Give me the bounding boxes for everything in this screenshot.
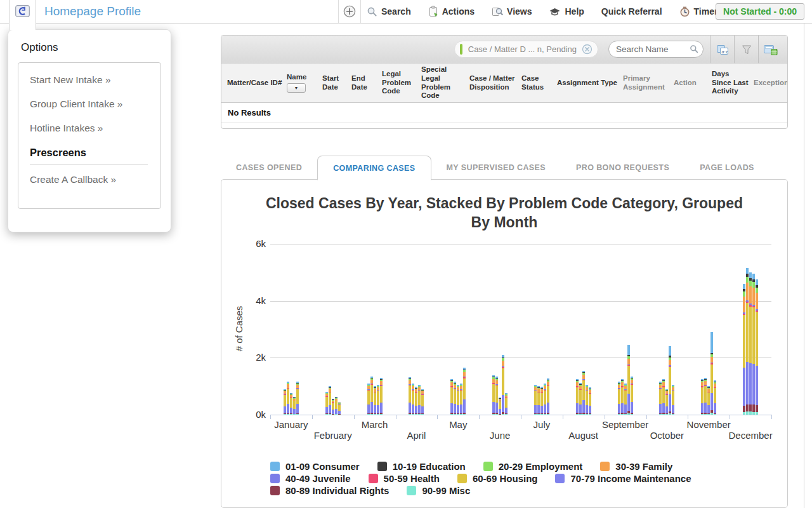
toolbar-item-timer[interactable]: Timer — [679, 6, 718, 17]
toolbar-item-search[interactable]: Search — [367, 6, 411, 17]
bar-august-4[interactable] — [586, 385, 588, 415]
tab-comparing-cases[interactable]: COMPARING CASES — [317, 156, 431, 180]
options-link-create-a-callback[interactable]: Create A Callback » — [30, 174, 160, 185]
bar-july-1[interactable] — [534, 385, 537, 415]
legend-item-01-09-consumer[interactable]: 01-09 Consumer — [270, 460, 360, 472]
toolbar-item-views[interactable]: Views — [492, 6, 532, 17]
legend-item-90-99-misc[interactable]: 90-99 Misc — [407, 485, 470, 496]
column-header-case-status[interactable]: Case Status — [521, 74, 553, 91]
bar-may-2[interactable] — [454, 382, 456, 415]
bar-december-2[interactable] — [746, 268, 749, 415]
bar-january-3[interactable] — [290, 393, 292, 415]
column-header-primary-assignment[interactable]: Primary Assignment — [623, 74, 670, 91]
tab-my-supervised-cases[interactable]: MY SUPERVISED CASES — [431, 156, 561, 180]
legend-item-40-49-juvenile[interactable]: 40-49 Juvenile — [270, 472, 351, 484]
bar-april-5[interactable] — [421, 389, 424, 415]
column-header-end-date[interactable]: End Date — [351, 74, 378, 91]
bar-june-4[interactable] — [502, 355, 504, 415]
bar-february-1[interactable] — [325, 392, 328, 415]
bar-november-2[interactable] — [704, 378, 707, 415]
column-header-matter-case-id[interactable]: Matter/Case ID# — [227, 79, 283, 88]
toolbar-item-help[interactable]: Help — [549, 6, 584, 17]
legend-item-60-69-housing[interactable]: 60-69 Housing — [457, 472, 538, 484]
bar-july-4[interactable] — [544, 384, 546, 415]
bar-april-2[interactable] — [412, 384, 414, 415]
bar-october-2[interactable] — [662, 379, 665, 415]
bar-april-4[interactable] — [418, 385, 421, 415]
bar-february-2[interactable] — [329, 386, 331, 415]
bar-march-2[interactable] — [370, 377, 373, 415]
bar-february-5[interactable] — [338, 403, 341, 415]
options-link-hotline-intakes[interactable]: Hotline Intakes » — [30, 123, 160, 134]
bar-october-4[interactable] — [669, 346, 671, 415]
legend-item-10-19-education[interactable]: 10-19 Education — [377, 460, 466, 472]
bar-december-1[interactable] — [743, 284, 745, 415]
bar-december-3[interactable] — [749, 272, 752, 415]
column-header-legal-problem-code[interactable]: Legal Problem Code — [382, 70, 417, 96]
bar-november-5[interactable] — [714, 380, 716, 415]
bar-november-4[interactable] — [710, 332, 713, 415]
bar-may-4[interactable] — [460, 384, 462, 415]
export-excel-button[interactable] — [758, 36, 782, 64]
app-menu-tab[interactable] — [9, 0, 36, 30]
options-link-group-client-intake[interactable]: Group Client Intake » — [30, 98, 160, 110]
bar-september-1[interactable] — [618, 382, 620, 415]
bar-january-2[interactable] — [287, 382, 289, 415]
bar-june-1[interactable] — [492, 375, 495, 415]
bar-july-2[interactable] — [537, 386, 540, 415]
legend-item-80-89-individual-rights[interactable]: 80-89 Individual Rights — [270, 485, 389, 496]
bar-may-1[interactable] — [450, 379, 453, 415]
filter-button[interactable] — [734, 36, 758, 64]
bar-february-3[interactable] — [332, 399, 334, 415]
toolbar-item-actions[interactable]: Actions — [428, 6, 475, 17]
bar-october-5[interactable] — [672, 385, 674, 415]
toolbar-item-quick-referral[interactable]: Quick Referral — [601, 6, 662, 17]
bar-march-1[interactable] — [367, 384, 370, 415]
bar-november-1[interactable] — [701, 379, 704, 415]
column-header-special-legal-problem-code[interactable]: Special Legal Problem Code — [421, 65, 466, 100]
bar-october-1[interactable] — [659, 382, 662, 415]
bar-december-5[interactable] — [756, 279, 758, 415]
sort-columns-button[interactable]: a·z — [710, 36, 734, 64]
legend-item-30-39-family[interactable]: 30-39 Family — [600, 460, 672, 472]
bar-july-3[interactable] — [540, 387, 543, 415]
bar-august-1[interactable] — [576, 379, 579, 415]
column-header-name[interactable]: Name▼ — [287, 73, 318, 93]
bar-may-5[interactable] — [463, 368, 466, 415]
column-header-case-matter-disposition[interactable]: Case / Matter Disposition — [469, 74, 518, 91]
bar-november-3[interactable] — [707, 386, 710, 415]
filter-chip[interactable]: Case / Matter D ... n, Pending — [454, 41, 598, 58]
plus-circle-icon[interactable] — [343, 4, 357, 18]
tab-cases-opened[interactable]: CASES OPENED — [221, 156, 317, 180]
tab-pro-bono-requests[interactable]: PRO BONO REQUESTS — [561, 156, 684, 180]
column-header-assignment-type[interactable]: Assignment Type — [557, 79, 619, 88]
column-header-action[interactable]: Action — [674, 79, 708, 88]
app-menu-icon[interactable] — [15, 5, 30, 17]
bar-march-4[interactable] — [377, 385, 379, 415]
tab-page-loads[interactable]: PAGE LOADS — [684, 156, 769, 180]
bar-august-2[interactable] — [579, 383, 582, 415]
legend-item-50-59-health[interactable]: 50-59 Health — [369, 472, 440, 484]
bar-june-5[interactable] — [505, 393, 508, 415]
bar-january-1[interactable] — [284, 389, 286, 415]
bar-may-3[interactable] — [457, 385, 459, 415]
column-header-days-since-last-activity[interactable]: Days Since Last Activity — [712, 70, 750, 96]
legend-item-20-29-employment[interactable]: 20-29 Employment — [483, 460, 583, 472]
options-link-start-new-intake[interactable]: Start New Intake » — [30, 74, 160, 86]
bar-february-4[interactable] — [335, 397, 337, 415]
column-header-exceptions[interactable]: Exceptions — [754, 79, 788, 88]
bar-april-1[interactable] — [409, 377, 411, 415]
bar-september-4[interactable] — [627, 345, 630, 415]
bar-march-3[interactable] — [374, 386, 376, 415]
bar-january-5[interactable] — [296, 382, 299, 415]
bar-september-2[interactable] — [621, 379, 624, 415]
bar-january-4[interactable] — [293, 397, 296, 415]
bar-august-5[interactable] — [589, 387, 591, 415]
bar-september-5[interactable] — [631, 377, 633, 415]
bar-april-3[interactable] — [415, 387, 417, 415]
chip-close-icon[interactable] — [582, 44, 593, 55]
bar-december-4[interactable] — [752, 274, 755, 415]
legend-item-70-79-income-maintenance[interactable]: 70-79 Income Maintenance — [555, 472, 691, 484]
name-sort-button[interactable]: ▼ — [287, 83, 306, 93]
bar-october-3[interactable] — [665, 389, 668, 415]
